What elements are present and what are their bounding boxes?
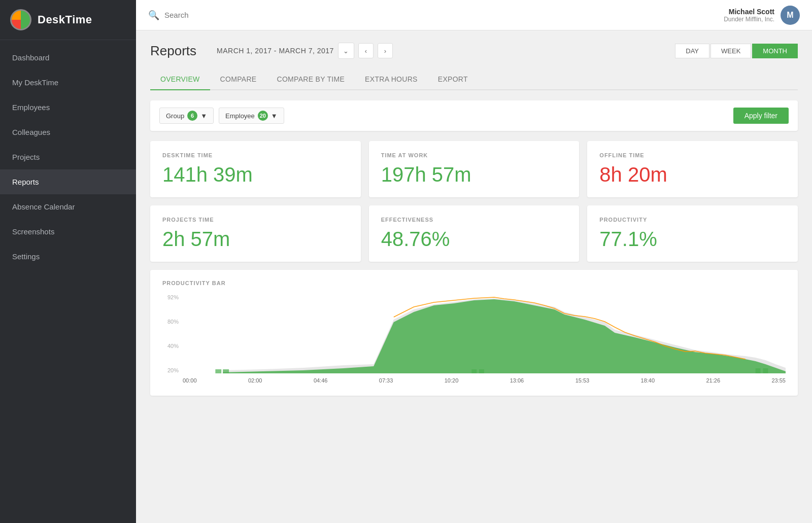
svg-rect-2 [215,369,221,373]
employee-dropdown-icon: ▼ [271,112,278,120]
y-axis-label: 40% [167,343,179,349]
stat-label-projects-time: PROJECTS TIME [162,217,349,223]
stat-card-productivity: PRODUCTIVITY 77.1% [587,205,798,262]
chart-label: PRODUCTIVITY BAR [162,280,786,286]
productivity-chart-card: PRODUCTIVITY BAR 92%80%40%20% [150,270,798,396]
tabs: OVERVIEWCOMPARECOMPARE BY TIMEEXTRA HOUR… [150,69,798,90]
employee-count: 20 [258,111,268,121]
x-axis: 00:0002:0004:4607:3310:2013:0615:5318:40… [183,375,786,386]
stat-label-desktime-time: DESKTIME TIME [162,152,349,158]
x-axis-label: 04:46 [314,377,328,383]
topbar: 🔍 Michael Scott Dunder Mifflin, Inc. M [136,0,812,30]
tab-overview[interactable]: OVERVIEW [150,69,210,89]
sidebar-item-projects[interactable]: Projects [0,145,136,169]
stat-label-effectiveness: EFFECTIVENESS [381,217,567,223]
period-buttons: DAYWEEKMONTH [675,44,798,58]
logo-text: DeskTime [38,13,92,26]
x-axis-label: 21:26 [706,377,721,383]
sidebar-nav: DashboardMy DeskTimeEmployeesColleaguesP… [0,40,136,523]
group-filter[interactable]: Group 6 ▼ [159,108,214,124]
stat-value-offline-time: 8h 20m [599,163,786,186]
main-content: 🔍 Michael Scott Dunder Mifflin, Inc. M R… [136,0,812,523]
sidebar-item-absence-calendar[interactable]: Absence Calendar [0,194,136,219]
avatar[interactable]: M [781,6,800,25]
user-info: Michael Scott Dunder Mifflin, Inc. M [724,6,800,25]
sidebar-item-dashboard[interactable]: Dashboard [0,45,136,70]
search-input[interactable] [164,11,724,19]
search-icon: 🔍 [148,10,159,21]
tab-extra-hours[interactable]: EXTRA HOURS [355,69,428,89]
chart-area: 92%80%40%20% [162,294,786,386]
x-axis-label: 10:20 [445,377,459,383]
stat-card-effectiveness: EFFECTIVENESS 48.76% [369,205,580,262]
y-axis-label: 92% [167,294,179,300]
chart-plot [183,294,786,373]
user-name-block: Michael Scott Dunder Mifflin, Inc. [724,8,774,23]
x-axis-label: 02:00 [248,377,262,383]
apply-filter-button[interactable]: Apply filter [733,108,789,124]
x-axis-label: 15:53 [576,377,590,383]
tab-compare-by-time[interactable]: COMPARE BY TIME [266,69,355,89]
period-btn-week[interactable]: WEEK [710,44,751,58]
sidebar-logo: DeskTime [0,0,136,40]
employee-filter[interactable]: Employee 20 ▼ [219,108,284,124]
page-content: Reports MARCH 1, 2017 - MARCH 7, 2017 ⌄ … [136,30,812,416]
user-full-name: Michael Scott [724,8,774,16]
stat-card-offline-time: OFFLINE TIME 8h 20m [587,141,798,197]
stat-label-offline-time: OFFLINE TIME [599,152,786,158]
sidebar-item-colleagues[interactable]: Colleagues [0,120,136,145]
svg-rect-5 [479,369,484,373]
svg-rect-7 [763,368,768,373]
prev-period-btn[interactable]: ‹ [358,43,374,58]
sidebar-item-employees[interactable]: Employees [0,95,136,120]
date-range-text: MARCH 1, 2017 - MARCH 7, 2017 [217,47,334,55]
stat-card-desktime-time: DESKTIME TIME 141h 39m [150,141,361,197]
stat-value-productivity: 77.1% [599,228,786,251]
page-title: Reports [150,43,196,59]
sidebar-item-my-desktime[interactable]: My DeskTime [0,70,136,95]
stat-card-projects-time: PROJECTS TIME 2h 57m [150,205,361,262]
chart-svg [183,294,786,373]
svg-marker-1 [183,299,786,373]
page-header: Reports MARCH 1, 2017 - MARCH 7, 2017 ⌄ … [150,43,798,59]
stat-label-time-at-work: TIME AT WORK [381,152,567,158]
group-count: 6 [187,111,197,121]
svg-rect-4 [471,369,477,373]
svg-rect-6 [756,368,761,373]
sidebar-item-settings[interactable]: Settings [0,244,136,269]
date-range: MARCH 1, 2017 - MARCH 7, 2017 ⌄ ‹ › [217,43,393,59]
x-axis-label: 18:40 [641,377,655,383]
desktime-logo-icon [10,9,31,30]
sidebar-item-screenshots[interactable]: Screenshots [0,219,136,244]
period-btn-month[interactable]: MONTH [752,44,798,58]
group-dropdown-icon: ▼ [200,112,207,120]
x-axis-label: 23:55 [771,377,786,383]
period-btn-day[interactable]: DAY [675,44,709,58]
stat-card-time-at-work: TIME AT WORK 197h 57m [369,141,580,197]
stat-value-projects-time: 2h 57m [162,228,349,251]
employee-label: Employee [225,112,255,120]
stat-value-time-at-work: 197h 57m [381,163,567,186]
stat-value-desktime-time: 141h 39m [162,163,349,186]
next-period-btn[interactable]: › [378,43,393,58]
group-label: Group [166,112,184,120]
stat-value-effectiveness: 48.76% [381,228,567,251]
sidebar: DeskTime DashboardMy DeskTimeEmployeesCo… [0,0,136,523]
x-axis-label: 00:00 [183,377,197,383]
y-axis: 92%80%40%20% [162,294,183,373]
date-dropdown-btn[interactable]: ⌄ [338,43,354,59]
user-company: Dunder Mifflin, Inc. [724,16,774,23]
stat-label-productivity: PRODUCTIVITY [599,217,786,223]
stats-grid: DESKTIME TIME 141h 39m TIME AT WORK 197h… [150,141,798,262]
y-axis-label: 80% [167,319,179,325]
x-axis-label: 13:06 [510,377,524,383]
sidebar-item-reports[interactable]: Reports [0,169,136,194]
y-axis-label: 20% [167,367,179,373]
tab-compare[interactable]: COMPARE [210,69,267,89]
x-axis-label: 07:33 [379,377,393,383]
tab-export[interactable]: EXPORT [428,69,478,89]
svg-rect-3 [223,369,229,373]
filter-bar: Group 6 ▼ Employee 20 ▼ Apply filter [150,100,798,131]
